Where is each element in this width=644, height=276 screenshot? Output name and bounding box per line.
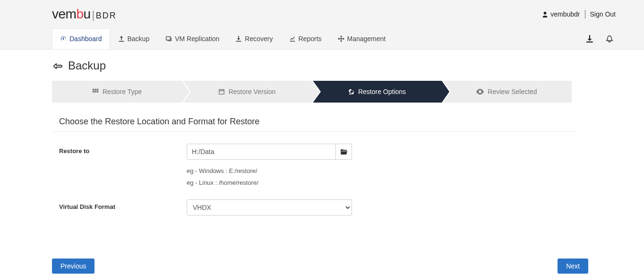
hint-linux: eg - Linux : /home/restore/ [187,179,352,186]
step-review-selected[interactable]: Review Selected [442,81,572,103]
next-button[interactable]: Next [558,259,588,274]
brand-logo: vembu|BDR [52,7,117,22]
eye-icon [476,88,484,95]
nav-label: Backup [128,35,150,43]
hand-icon [52,60,63,71]
calendar-icon [218,88,225,95]
page-title: Backup [52,59,592,72]
step-label: Restore Options [358,88,406,95]
vdf-label: Virtual Disk Format [52,199,187,216]
previous-button[interactable]: Previous [52,259,94,274]
user-icon [542,11,548,17]
download-icon[interactable] [585,34,594,43]
bell-icon[interactable] [606,35,613,43]
page-title-text: Backup [68,59,106,72]
svg-rect-7 [219,90,224,95]
section-title: Choose the Restore Location and Format f… [52,117,576,132]
browse-button[interactable] [336,144,352,160]
wizard-steps: Restore Type Restore Version Restore Opt… [52,81,572,103]
separator [585,10,585,18]
step-restore-version[interactable]: Restore Version [182,81,312,103]
footer-buttons: Previous Next [52,259,588,274]
nav-label: Reports [299,35,322,43]
download-icon [235,35,242,42]
svg-rect-3 [97,89,99,91]
top-bar: vembu|BDR vembubdr Sign Out [0,0,644,28]
move-icon [338,35,344,42]
share-icon [165,35,172,42]
svg-rect-4 [93,91,94,93]
grid-icon [92,88,99,95]
step-label: Restore Version [229,88,276,95]
vdf-select[interactable]: VHDX [187,199,352,216]
nav-label: Recovery [245,35,273,43]
step-restore-type[interactable]: Restore Type [52,81,182,103]
signout-link[interactable]: Sign Out [590,10,616,18]
svg-rect-5 [94,91,96,93]
hint-windows: eg - Windows : E:/restore/ [187,167,352,174]
page-content: Backup Restore Type Restore Version Rest… [0,50,644,216]
nav-label: Management [347,35,386,43]
step-label: Review Selected [488,88,537,95]
main-nav: Dashboard Backup VM Replication Recovery… [0,28,644,50]
restore-to-label: Restore to [52,144,187,186]
step-label: Restore Type [103,88,142,95]
row-virtual-disk-format: Virtual Disk Format VHDX [52,199,592,216]
nav-dashboard[interactable]: Dashboard [52,28,110,49]
upload-icon [118,35,125,42]
svg-rect-1 [93,89,94,91]
nav-recovery[interactable]: Recovery [227,28,281,49]
folder-open-icon [340,148,348,155]
user-area: vembubdr Sign Out [542,10,616,18]
step-restore-options[interactable]: Restore Options [312,81,442,103]
nav-vmreplication[interactable]: VM Replication [157,28,227,49]
nav-backup[interactable]: Backup [110,28,158,49]
svg-rect-0 [166,37,171,40]
dashboard-icon [60,35,67,42]
username-label[interactable]: vembubdr [550,10,580,18]
nav-reports[interactable]: Reports [281,28,330,49]
restore-to-input[interactable] [187,144,336,160]
svg-rect-2 [94,89,96,91]
chart-icon [289,35,296,42]
nav-label: Dashboard [69,35,102,43]
nav-label: VM Replication [175,35,219,43]
recycle-icon [348,88,354,95]
svg-rect-6 [97,91,99,93]
nav-management[interactable]: Management [330,28,394,49]
row-restore-to: Restore to eg - Windows : E:/restore/ eg… [52,144,592,186]
